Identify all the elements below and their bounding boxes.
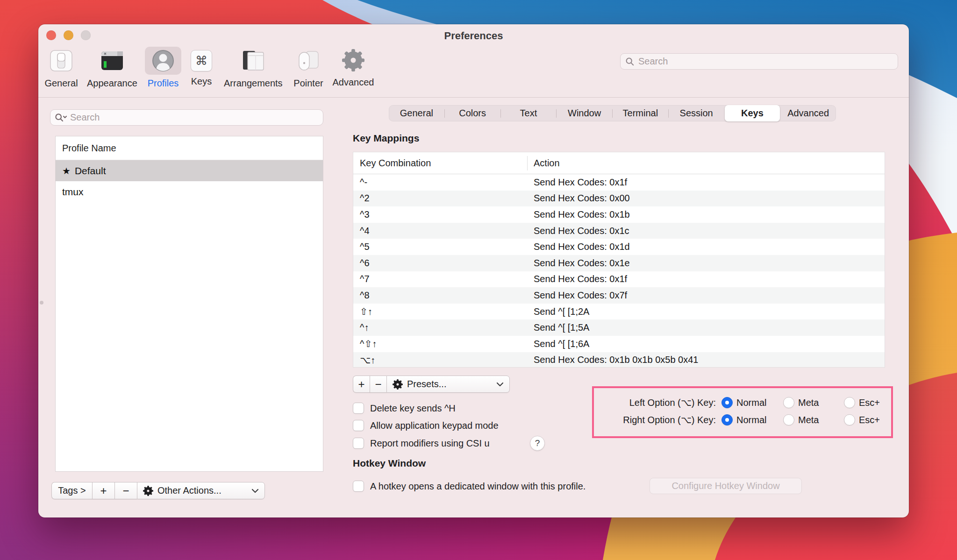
profile-search-input[interactable]: Search [50, 109, 323, 126]
mouse-icon [297, 49, 320, 72]
toolbar-item-general[interactable]: General [43, 47, 79, 89]
profile-name: tmux [62, 186, 84, 198]
key-mapping-row[interactable]: ^⇧↑ Send ^[ [1;6A [353, 336, 885, 352]
radio-meta[interactable] [783, 397, 794, 408]
toolbar-item-label: Arrangements [224, 78, 283, 89]
option-key-label: Right Option (⌥) Key: [623, 414, 716, 425]
checkbox[interactable] [353, 420, 364, 431]
action-cell: Send Hex Codes: 0x1f [527, 274, 627, 284]
help-button[interactable]: ? [530, 436, 545, 451]
key-mapping-row[interactable]: ⌥↑ Send Hex Codes: 0x1b 0x1b 0x5b 0x41 [353, 352, 885, 368]
command-glyph: ⌘ [191, 50, 212, 71]
key-mapping-row[interactable]: ⇧↑ Send ^[ [1;2A [353, 304, 885, 320]
radio-esc[interactable] [844, 397, 855, 408]
toolbar: General Appearance Profiles⌘ Keys Arra [38, 45, 909, 98]
key-mapping-controls: + − Presets... [353, 376, 510, 393]
desktop: Preferences General Appearance Profiles⌘ [0, 0, 957, 560]
preferences-window: Preferences General Appearance Profiles⌘ [38, 24, 909, 517]
action-cell: Send ^[ [1;2A [527, 306, 589, 317]
radio-label: Normal [736, 415, 766, 425]
tab-text[interactable]: Text [501, 105, 557, 121]
toolbar-item-profiles[interactable]: Profiles [145, 47, 181, 89]
tab-session[interactable]: Session [669, 105, 724, 121]
hotkey-window-heading: Hotkey Window [353, 458, 426, 469]
key-mapping-row[interactable]: ^8 Send Hex Codes: 0x7f [353, 287, 885, 304]
key-combination-cell: ^5 [353, 241, 527, 252]
windows-icon [242, 49, 265, 72]
splitter-handle-dot[interactable] [40, 301, 43, 305]
checkbox[interactable] [353, 403, 364, 414]
key-mappings-table[interactable]: Key Combination Action ^- Send Hex Codes… [353, 152, 885, 368]
configure-hotkey-button[interactable]: Configure Hotkey Window [650, 478, 802, 494]
action-cell: Send Hex Codes: 0x7f [527, 290, 627, 301]
toolbar-item-appearance[interactable]: Appearance [87, 47, 137, 89]
action-cell: Send Hex Codes: 0x1f [527, 177, 627, 188]
presets-dropdown[interactable]: Presets... [386, 376, 510, 393]
key-mapping-row[interactable]: ^- Send Hex Codes: 0x1f [353, 174, 885, 191]
column-key-combination: Key Combination [353, 158, 527, 169]
key-mapping-row[interactable]: ^↑ Send ^[ [1;5A [353, 319, 885, 336]
tab-colors[interactable]: Colors [445, 105, 500, 121]
tab-window[interactable]: Window [557, 105, 612, 121]
profile-row-tmux[interactable]: tmux [56, 181, 323, 202]
toolbar-item-advanced[interactable]: Advanced [333, 47, 374, 88]
radio-label: Meta [798, 397, 819, 408]
add-profile-button[interactable]: + [92, 482, 114, 499]
tab-keys[interactable]: Keys [725, 105, 780, 121]
default-star-icon: ★ [62, 165, 71, 177]
command-icon: ⌘ [191, 50, 212, 71]
tab-terminal[interactable]: Terminal [613, 105, 668, 121]
key-mapping-row[interactable]: ^5 Send Hex Codes: 0x1d [353, 239, 885, 255]
key-mapping-row[interactable]: ^3 Send Hex Codes: 0x1b [353, 206, 885, 223]
toolbar-item-pointer[interactable]: Pointer [290, 47, 327, 89]
add-mapping-button[interactable]: + [353, 376, 370, 393]
tab-general[interactable]: General [389, 105, 444, 121]
key-mapping-row[interactable]: ^4 Send Hex Codes: 0x1c [353, 223, 885, 239]
radio-normal[interactable] [721, 414, 733, 425]
radio-esc[interactable] [844, 414, 855, 425]
key-mapping-row[interactable]: ^6 Send Hex Codes: 0x1e [353, 255, 885, 271]
hotkey-checkbox-row: A hotkey opens a dedicated window with t… [353, 481, 586, 492]
keypad-mode-checkbox-row: Allow application keypad mode [353, 420, 499, 431]
key-mapping-row[interactable]: ^2 Send Hex Codes: 0x00 [353, 191, 885, 207]
profile-row-default[interactable]: ★Default [56, 160, 323, 181]
tags-button[interactable]: Tags > [51, 482, 92, 499]
terminal-icon [100, 49, 124, 72]
column-divider [527, 156, 528, 170]
search-icon [625, 57, 635, 66]
gear-icon [143, 486, 153, 496]
person-icon [151, 49, 175, 72]
action-cell: Send Hex Codes: 0x1c [527, 226, 629, 236]
key-combination-cell: ^8 [353, 290, 527, 301]
left-option-key-row: Left Option (⌥) Key:NormalMetaEsc+ [594, 396, 891, 410]
toolbar-item-label: Pointer [290, 78, 327, 89]
checkbox[interactable] [353, 481, 364, 492]
csi-u-checkbox-row: Report modifiers using CSI u [353, 438, 490, 449]
checkbox[interactable] [353, 438, 364, 449]
tab-advanced[interactable]: Advanced [780, 105, 836, 121]
profile-list-footer: Tags > + − Other Actions... [51, 482, 265, 499]
remove-mapping-button[interactable]: − [370, 376, 386, 393]
action-cell: Send Hex Codes: 0x1b 0x1b 0x5b 0x41 [527, 354, 698, 365]
window-title: Preferences [38, 30, 909, 42]
remove-profile-button[interactable]: − [114, 482, 137, 499]
radio-normal[interactable] [721, 397, 733, 408]
action-cell: Send ^[ [1;6A [527, 339, 589, 349]
toggle-icon [50, 49, 73, 72]
toolbar-item-arrangements[interactable]: Arrangements [224, 47, 283, 89]
key-combination-cell: ^- [353, 177, 527, 188]
toolbar-item-keys[interactable]: ⌘ Keys [184, 47, 219, 87]
toolbar-search-input[interactable]: Search [620, 53, 898, 70]
action-cell: Send Hex Codes: 0x00 [527, 193, 630, 204]
key-mapping-row[interactable]: ^7 Send Hex Codes: 0x1f [353, 271, 885, 288]
search-placeholder: Search [70, 112, 100, 123]
toolbar-item-label: Appearance [87, 78, 137, 89]
key-combination-cell: ^⇧↑ [353, 338, 527, 349]
profile-list: Profile Name ★Defaulttmux [55, 136, 323, 472]
radio-label: Normal [736, 397, 766, 408]
other-actions-dropdown[interactable]: Other Actions... [137, 482, 265, 499]
radio-meta[interactable] [783, 414, 794, 425]
key-combination-cell: ⌥↑ [353, 354, 527, 366]
search-placeholder: Search [638, 56, 668, 67]
option-key-highlight-box: Left Option (⌥) Key:NormalMetaEsc+Right … [592, 386, 893, 438]
